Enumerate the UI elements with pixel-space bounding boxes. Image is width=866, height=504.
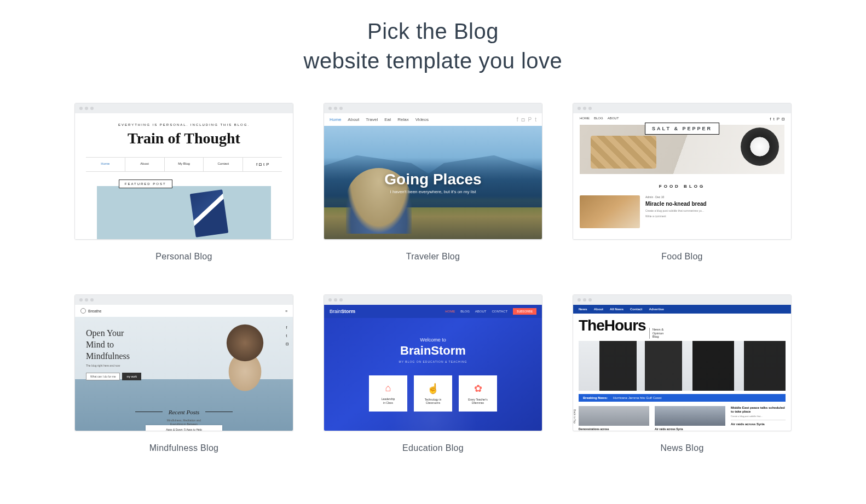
thumb-image	[579, 406, 649, 426]
facebook-icon: f	[286, 325, 288, 330]
template-preview: HOME BLOG ABOUT f t P ◘ SALT & PEPPER FO…	[573, 113, 791, 239]
feature-card: ✿ Every Teacher's Dilemmas	[459, 375, 497, 412]
template-card-personal-blog: EVERYTHING IS PERSONAL. INCLUDING THIS B…	[74, 103, 293, 262]
story-thumb: Air raids across Syria	[655, 406, 725, 431]
side-story-title: Middle East peace talks scheduled to tak…	[731, 406, 786, 414]
thumb-image	[655, 406, 725, 426]
recent-title: Recent Posts	[169, 409, 200, 415]
story-thumb: Demonstrations across	[579, 406, 649, 431]
recent-posts: Recent Posts Mindfulness, Meditation and…	[75, 402, 293, 431]
instagram-icon: ◘	[782, 117, 784, 121]
title-line-2: website template you love	[304, 49, 563, 73]
nav-contact: Contact	[204, 158, 243, 171]
back-to-top: Back to Top	[573, 408, 578, 425]
card-text: Technology in Classrooms	[423, 398, 444, 405]
social-icons: f ◘ t P	[243, 158, 282, 171]
nav-home: HOME	[445, 310, 455, 313]
nav-about: About	[348, 117, 359, 122]
nav-item: Advertise	[649, 308, 663, 311]
browser-chrome	[324, 103, 542, 113]
template-thumbnail-mindfulness-blog[interactable]: Breathe ≡ Open Your Mind to Mindfulness …	[74, 294, 293, 431]
nav-menu: Home About Travel Eat Relax Videos	[330, 117, 429, 122]
nav-blog: BLOG	[594, 117, 603, 121]
featured-badge: FEATURED POST	[119, 179, 172, 188]
twitter-icon: t	[773, 117, 775, 121]
template-card-traveler-blog: Home About Travel Eat Relax Videos f ◘ P…	[324, 103, 542, 262]
hero-buttons: What can I do for me my work	[86, 373, 293, 380]
brand-icon	[80, 308, 86, 314]
template-card-food-blog: HOME BLOG ABOUT f t P ◘ SALT & PEPPER FO…	[573, 103, 792, 262]
tagline: FOOD BLOG	[573, 184, 791, 189]
facebook-icon: f	[770, 117, 771, 121]
hero: Welcome to BrainStorm MY BLOG ON EDUCATI…	[324, 318, 542, 431]
subscribe-button: SUBSCRIBE	[513, 308, 536, 315]
top-bar: Breathe ≡	[75, 305, 293, 317]
card-text: Leadership in Class	[379, 397, 397, 404]
post-text: Admin · Dec 10 Miracle no-knead bread Cr…	[645, 195, 784, 228]
nav-myblog: My Blog	[165, 158, 204, 171]
template-label: Personal Blog	[155, 252, 212, 262]
template-label: Education Blog	[402, 443, 464, 453]
masthead: TheHours News & Opinion Blog	[573, 314, 791, 340]
nav-home: HOME	[580, 117, 590, 121]
page-title: Pick the Blog website template you love	[0, 0, 866, 81]
template-thumbnail-food-blog[interactable]: HOME BLOG ABOUT f t P ◘ SALT & PEPPER FO…	[573, 103, 792, 240]
hero-image: FEATURED POST	[97, 186, 271, 239]
breaking-text: Hurricane Jemma hits Gulf Coast	[613, 396, 661, 399]
thumb-title: Air raids across Syria	[655, 427, 725, 431]
hero-image: Going Places I haven't been everywhere, …	[324, 126, 542, 239]
nav-travel: Travel	[366, 117, 378, 122]
tagline: EVERYTHING IS PERSONAL. INCLUDING THIS B…	[118, 123, 250, 126]
nav-item: About	[594, 308, 603, 311]
instagram-icon: ◘	[259, 162, 262, 167]
hero-subtitle: The blog right here and now	[86, 364, 293, 367]
brand: Breathe	[80, 308, 102, 314]
cta-button-1: What can I do for me	[86, 373, 120, 380]
top-nav: News About All News Contact Advertise	[573, 305, 791, 314]
post-author: Admin · Dec 10	[645, 195, 784, 199]
template-card-news-blog: News About All News Contact Advertise Th…	[573, 294, 792, 453]
hero-title: Open Your Mind to Mindfulness	[86, 328, 157, 362]
feature-card: ⌂ Leadership in Class	[369, 375, 407, 412]
site-title: Train of Thought	[128, 130, 240, 147]
pinterest-icon: P	[777, 117, 780, 121]
post-subtitle: Create a blog post subtitle that summari…	[645, 209, 784, 212]
nav-links: HOME BLOG ABOUT	[580, 117, 619, 121]
side-story-sub: Create a blog post subtitle that...	[731, 415, 786, 420]
template-thumbnail-traveler-blog[interactable]: Home About Travel Eat Relax Videos f ◘ P…	[324, 103, 542, 240]
template-thumbnail-education-blog[interactable]: BrainStorm HOME BLOG ABOUT CONTACT SUBSC…	[324, 294, 542, 431]
browser-chrome	[324, 295, 542, 305]
template-thumbnail-news-blog[interactable]: News About All News Contact Advertise Th…	[573, 294, 792, 431]
nav-videos: Videos	[415, 117, 429, 122]
card-text: Every Teacher's Dilemmas	[466, 398, 489, 405]
menu-icon: ≡	[285, 309, 287, 313]
template-card-mindfulness-blog: Breathe ≡ Open Your Mind to Mindfulness …	[74, 294, 293, 453]
template-card-education-blog: BrainStorm HOME BLOG ABOUT CONTACT SUBSC…	[324, 294, 542, 453]
post-title: Miracle no-knead bread	[645, 201, 784, 207]
recent-card: Apps & Down: 5 Apps to Help	[146, 425, 222, 431]
nav-about: ABOUT	[475, 310, 487, 313]
hero: Open Your Mind to Mindfulness The blog r…	[75, 317, 293, 431]
template-label: Mindfulness Blog	[149, 443, 219, 453]
template-preview: EVERYTHING IS PERSONAL. INCLUDING THIS B…	[75, 113, 293, 239]
template-thumbnail-personal-blog[interactable]: EVERYTHING IS PERSONAL. INCLUDING THIS B…	[74, 103, 293, 240]
welcome-text: Welcome to	[420, 337, 446, 343]
post-card: Admin · Dec 10 Miracle no-knead bread Cr…	[580, 195, 784, 228]
nav: HOME BLOG ABOUT CONTACT SUBSCRIBE	[445, 308, 536, 315]
template-preview: News About All News Contact Advertise Th…	[573, 305, 791, 431]
side-story-title: Air raids across Syria	[731, 422, 786, 426]
hero-title: BrainStorm	[400, 344, 466, 358]
title-line-1: Pick the Blog	[367, 19, 499, 43]
nav-about: About	[125, 158, 165, 171]
nav-about: ABOUT	[608, 117, 619, 121]
brain-icon: ✿	[474, 383, 482, 395]
hero-subtitle: I haven't been everywhere, but it's on m…	[390, 189, 476, 194]
facebook-icon: f	[256, 162, 257, 167]
hero-image	[579, 341, 786, 391]
browser-chrome	[573, 103, 791, 113]
nav-eat: Eat	[384, 117, 391, 122]
nav-home: Home	[86, 158, 125, 171]
social-icons: f ◘ P t	[517, 117, 536, 123]
nav-item: Contact	[630, 308, 642, 311]
instagram-icon: ◘	[522, 117, 525, 123]
